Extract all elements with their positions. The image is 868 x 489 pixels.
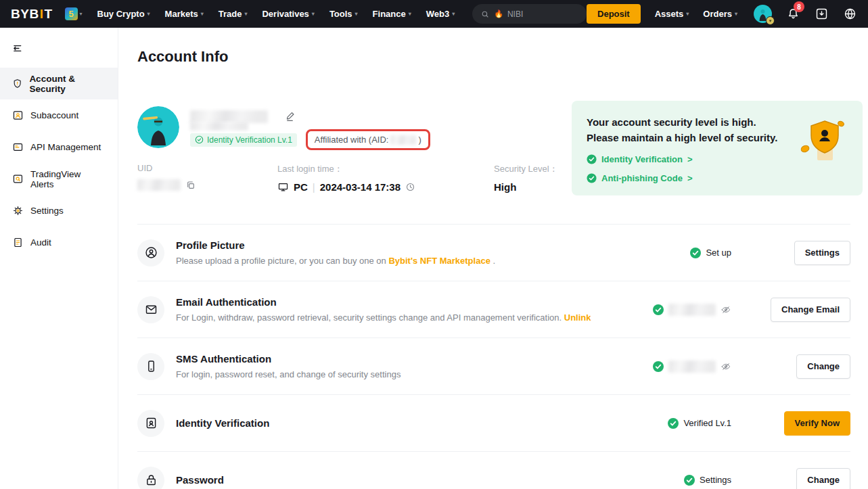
security-level-value: High xyxy=(494,181,558,193)
chevron-down-icon: ▾ xyxy=(735,11,737,17)
sidebar-item-label: Subaccount xyxy=(30,110,78,120)
check-outline-icon xyxy=(195,135,204,144)
search-icon xyxy=(480,9,490,19)
nav-buy-crypto[interactable]: Buy Crypto▾ xyxy=(97,9,150,19)
chevron-down-icon: ▾ xyxy=(355,11,358,17)
security-banner: Your account security level is high. Ple… xyxy=(572,101,863,195)
envelope-icon xyxy=(144,302,158,317)
row-status: Verified Lv.1 xyxy=(657,418,731,429)
nav-web3[interactable]: Web3▾ xyxy=(426,9,455,19)
status-label: Set up xyxy=(706,248,731,258)
notifications-button[interactable]: 8 xyxy=(786,7,800,21)
identity-icon-wrap xyxy=(137,410,164,437)
nav-label: Trade xyxy=(219,9,242,19)
eye-off-icon[interactable] xyxy=(721,361,731,372)
sms-icon-wrap xyxy=(137,353,164,380)
smartphone-icon xyxy=(144,359,158,373)
clock-icon[interactable] xyxy=(405,182,415,192)
nav-assets[interactable]: Assets▾ xyxy=(655,9,689,19)
banner-link-label: Identity Verification xyxy=(601,154,683,164)
avatar-figure-icon xyxy=(137,106,179,148)
row-status: Settings xyxy=(657,475,731,486)
language-button[interactable] xyxy=(843,7,857,21)
copy-icon[interactable] xyxy=(185,180,196,191)
uid-block: UID xyxy=(137,163,196,191)
affiliated-annotation-box: Affiliated with (AID: ) xyxy=(306,129,430,150)
check-circle-icon xyxy=(587,154,597,164)
api-card-icon xyxy=(12,141,24,153)
row-status xyxy=(653,360,731,373)
deposit-button[interactable]: Deposit xyxy=(587,4,641,24)
nav-orders[interactable]: Orders▾ xyxy=(703,9,737,19)
sidebar-item-settings[interactable]: Settings xyxy=(0,195,118,227)
bybit-logo[interactable]: BYBIT xyxy=(11,7,53,22)
email-icon-wrap xyxy=(137,296,164,323)
profile-section: Identity Verification Lv.1 Affiliated wi… xyxy=(137,93,850,224)
profile-picture-settings-button[interactable]: Settings xyxy=(794,241,850,265)
row-title: SMS Authentication xyxy=(176,353,401,365)
row-sms-authentication: SMS Authentication For login, password r… xyxy=(137,337,850,394)
download-app-button[interactable] xyxy=(815,7,829,21)
sidebar-item-account-security[interactable]: Account & Security xyxy=(0,68,118,99)
row-status: Set up xyxy=(657,248,731,258)
anniversary-menu[interactable]: 5 ▾ xyxy=(65,7,83,20)
password-icon-wrap xyxy=(137,467,164,489)
sidebar-item-tradingview-alerts[interactable]: TradingView Alerts xyxy=(0,163,118,195)
nav-tools[interactable]: Tools▾ xyxy=(329,9,358,19)
pipe-separator: | xyxy=(313,181,315,193)
row-title: Password xyxy=(176,474,224,486)
sidebar-item-label: Account & Security xyxy=(29,74,106,94)
affiliated-label: Affiliated with (AID: xyxy=(315,135,389,145)
tradingview-alerts-icon xyxy=(12,173,24,185)
banner-link-anti-phishing[interactable]: Anti-phishing Code > xyxy=(587,173,848,183)
sidebar-collapse-button[interactable] xyxy=(0,36,118,68)
sidebar-item-audit[interactable]: Audit xyxy=(0,227,118,258)
main-content: Account Info Identity Verification Lv.1 … xyxy=(118,28,868,489)
row-password: Password Settings Change xyxy=(137,451,850,489)
profile-avatar[interactable] xyxy=(137,106,179,148)
sidebar: Account & Security Subaccount API Manage… xyxy=(0,28,118,489)
profile-badges: Identity Verification Lv.1 Affiliated wi… xyxy=(190,129,430,150)
unlink-link[interactable]: Unlink xyxy=(564,312,591,323)
chevron-down-icon: ▾ xyxy=(312,11,315,17)
logo-text-2: T xyxy=(44,7,52,22)
sidebar-item-label: TradingView Alerts xyxy=(30,169,106,189)
user-avatar[interactable]: ▾ xyxy=(754,5,772,23)
avatar-chevron-badge: ▾ xyxy=(766,16,775,25)
chevron-down-icon: ▾ xyxy=(686,11,689,17)
row-desc-text: For Login, withdraw, password retrieval,… xyxy=(176,312,562,323)
nav-finance[interactable]: Finance▾ xyxy=(373,9,411,19)
shield-icon xyxy=(12,78,22,89)
row-email-authentication: Email Authentication For Login, withdraw… xyxy=(137,281,850,337)
chevron-down-icon: ▾ xyxy=(452,11,455,17)
verify-now-button[interactable]: Verify Now xyxy=(784,411,850,436)
globe-icon xyxy=(843,7,857,21)
subaccount-icon xyxy=(12,110,24,121)
nav-markets[interactable]: Markets▾ xyxy=(165,9,204,19)
change-password-button[interactable]: Change xyxy=(796,468,850,489)
chevron-right-icon: > xyxy=(687,173,693,183)
redacted-uid xyxy=(137,179,181,191)
last-login-block: Last login time： PC | 2024-03-14 17:38 xyxy=(277,163,415,193)
edit-pencil-icon[interactable] xyxy=(285,110,297,122)
eye-off-icon[interactable] xyxy=(721,304,731,315)
check-circle-icon xyxy=(684,475,695,486)
change-sms-button[interactable]: Change xyxy=(796,354,850,379)
last-login-time: 2024-03-14 17:38 xyxy=(320,181,401,193)
profile-picture-icon-wrap xyxy=(137,239,164,266)
nav-label: Buy Crypto xyxy=(97,9,145,19)
banner-link-label: Anti-phishing Code xyxy=(601,173,683,183)
nav-derivatives[interactable]: Derivatives▾ xyxy=(262,9,314,19)
nav-label: Derivatives xyxy=(262,9,309,19)
nft-marketplace-link[interactable]: Bybit's NFT Marketplace xyxy=(388,256,490,266)
sidebar-item-api-management[interactable]: API Management xyxy=(0,131,118,163)
change-email-button[interactable]: Change Email xyxy=(771,298,850,322)
nav-trade[interactable]: Trade▾ xyxy=(219,9,248,19)
uid-label: UID xyxy=(137,163,196,173)
chevron-down-icon: ▾ xyxy=(201,11,204,17)
person-circle-icon xyxy=(144,246,158,260)
sidebar-item-subaccount[interactable]: Subaccount xyxy=(0,99,118,131)
row-desc-text: Please upload a profile picture, or you … xyxy=(176,256,386,266)
redacted-email xyxy=(668,304,716,316)
search-bar[interactable]: 🔥 NIBI xyxy=(472,4,587,24)
